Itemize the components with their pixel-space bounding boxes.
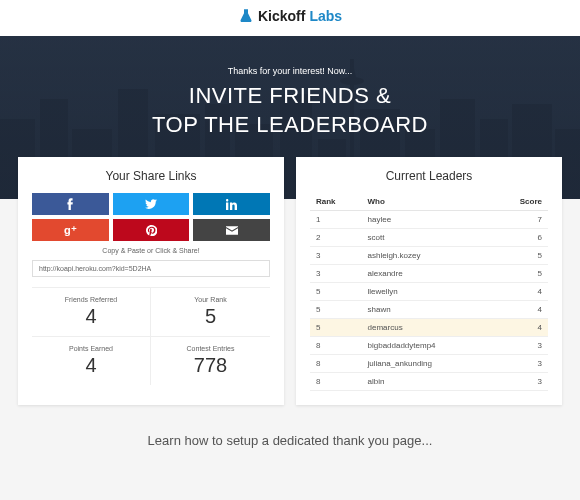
- share-pinterest-button[interactable]: [113, 219, 190, 241]
- cell-who: scott: [362, 229, 493, 247]
- col-score: Score: [492, 193, 548, 211]
- share-email-button[interactable]: [193, 219, 270, 241]
- cell-score: 6: [492, 229, 548, 247]
- footer-cta: Learn how to setup a dedicated thank you…: [0, 433, 580, 448]
- cell-rank: 8: [310, 337, 362, 355]
- table-row: 2scott6: [310, 229, 548, 247]
- col-rank: Rank: [310, 193, 362, 211]
- hero-title-line2: TOP THE LEADERBOARD: [20, 111, 560, 140]
- stats-grid: Friends Referred 4 Your Rank 5 Points Ea…: [32, 287, 270, 385]
- table-row: 5shawn4: [310, 301, 548, 319]
- cell-rank: 3: [310, 247, 362, 265]
- stat-value: 5: [155, 305, 266, 328]
- cell-score: 7: [492, 211, 548, 229]
- table-row: 5demarcus4: [310, 319, 548, 337]
- cell-who: albin: [362, 373, 493, 391]
- share-row-2: g⁺: [32, 219, 270, 241]
- stat-label: Contest Entries: [155, 345, 266, 352]
- table-row: 3alexandre5: [310, 265, 548, 283]
- stat-label: Your Rank: [155, 296, 266, 303]
- cell-score: 4: [492, 283, 548, 301]
- copy-paste-label: Copy & Paste or Click & Share!: [32, 247, 270, 254]
- logo-text-labs: Labs: [309, 8, 342, 24]
- cell-score: 5: [492, 247, 548, 265]
- share-twitter-button[interactable]: [113, 193, 190, 215]
- share-card-title: Your Share Links: [32, 169, 270, 183]
- share-googleplus-button[interactable]: g⁺: [32, 219, 109, 241]
- stat-value: 4: [36, 305, 146, 328]
- cell-who: juliana_ankunding: [362, 355, 493, 373]
- stat-points-earned: Points Earned 4: [32, 336, 151, 385]
- table-row: 5llewellyn4: [310, 283, 548, 301]
- share-linkedin-button[interactable]: [193, 193, 270, 215]
- leaders-card-title: Current Leaders: [310, 169, 548, 183]
- cell-who: ashleigh.kozey: [362, 247, 493, 265]
- cell-score: 5: [492, 265, 548, 283]
- cell-who: alexandre: [362, 265, 493, 283]
- stat-contest-entries: Contest Entries 778: [151, 336, 270, 385]
- share-facebook-button[interactable]: [32, 193, 109, 215]
- table-row: 8bigbaddaddytemp43: [310, 337, 548, 355]
- stat-label: Points Earned: [36, 345, 146, 352]
- cell-rank: 8: [310, 373, 362, 391]
- googleplus-icon: g⁺: [64, 224, 77, 237]
- cell-who: demarcus: [362, 319, 493, 337]
- leaders-header-row: Rank Who Score: [310, 193, 548, 211]
- flask-icon: [238, 8, 254, 24]
- cell-rank: 8: [310, 355, 362, 373]
- stat-label: Friends Referred: [36, 296, 146, 303]
- cell-score: 4: [492, 301, 548, 319]
- cell-rank: 5: [310, 319, 362, 337]
- cell-rank: 1: [310, 211, 362, 229]
- logo-text-kickoff: Kickoff: [258, 8, 305, 24]
- linkedin-icon: [226, 199, 237, 210]
- cell-rank: 5: [310, 283, 362, 301]
- hero-title-line1: INVITE FRIENDS &: [20, 82, 560, 111]
- cell-score: 3: [492, 373, 548, 391]
- table-row: 1haylee7: [310, 211, 548, 229]
- share-url-input[interactable]: [32, 260, 270, 277]
- brand-logo: KickoffLabs: [238, 8, 342, 24]
- cell-score: 3: [492, 337, 548, 355]
- facebook-icon: [66, 198, 74, 210]
- share-row-1: [32, 193, 270, 215]
- col-who: Who: [362, 193, 493, 211]
- twitter-icon: [145, 199, 157, 209]
- share-card: Your Share Links g⁺ Copy & Paste or Cli: [18, 157, 284, 405]
- stat-your-rank: Your Rank 5: [151, 287, 270, 336]
- leaders-table: Rank Who Score 1haylee72scott63ashleigh.…: [310, 193, 548, 391]
- stat-value: 4: [36, 354, 146, 377]
- hero-title: INVITE FRIENDS & TOP THE LEADERBOARD: [20, 82, 560, 139]
- leaders-card: Current Leaders Rank Who Score 1haylee72…: [296, 157, 562, 405]
- cell-who: shawn: [362, 301, 493, 319]
- pinterest-icon: [146, 225, 157, 236]
- logo-bar: KickoffLabs: [0, 0, 580, 36]
- hero-subtitle: Thanks for your interest! Now...: [20, 66, 560, 76]
- stat-friends-referred: Friends Referred 4: [32, 287, 151, 336]
- cell-who: llewellyn: [362, 283, 493, 301]
- cell-rank: 3: [310, 265, 362, 283]
- stat-value: 778: [155, 354, 266, 377]
- cell-rank: 2: [310, 229, 362, 247]
- cell-score: 3: [492, 355, 548, 373]
- table-row: 8juliana_ankunding3: [310, 355, 548, 373]
- cell-rank: 5: [310, 301, 362, 319]
- cell-who: haylee: [362, 211, 493, 229]
- email-icon: [226, 226, 238, 235]
- cards-row: Your Share Links g⁺ Copy & Paste or Cli: [0, 157, 580, 405]
- cell-who: bigbaddaddytemp4: [362, 337, 493, 355]
- cell-score: 4: [492, 319, 548, 337]
- table-row: 8albin3: [310, 373, 548, 391]
- table-row: 3ashleigh.kozey5: [310, 247, 548, 265]
